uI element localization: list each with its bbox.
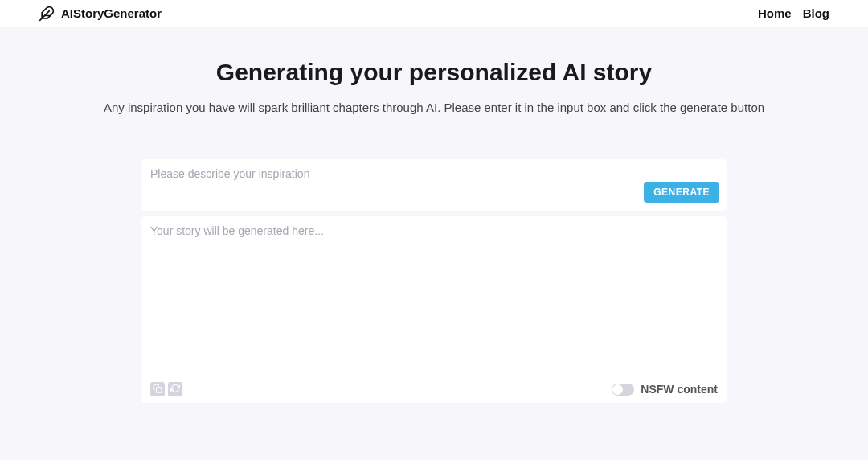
output-actions <box>150 382 182 396</box>
inspiration-input[interactable] <box>150 167 719 199</box>
nsfw-control: NSFW content <box>612 383 718 396</box>
svg-rect-2 <box>157 388 162 393</box>
nav-home[interactable]: Home <box>758 6 792 20</box>
brand-name: AIStoryGenerator <box>61 6 162 20</box>
copy-icon <box>153 382 162 396</box>
generate-button[interactable]: GENERATE <box>644 182 719 203</box>
output-footer: NSFW content <box>150 382 718 396</box>
logo[interactable]: AIStoryGenerator <box>39 6 162 22</box>
output-card: Your story will be generated here... <box>141 216 727 403</box>
nav-blog[interactable]: Blog <box>803 6 829 20</box>
main: Generating your personalized AI story An… <box>0 27 868 460</box>
nav: Home Blog <box>758 6 829 20</box>
refresh-icon <box>170 382 180 396</box>
header: AIStoryGenerator Home Blog <box>0 0 868 27</box>
page-title: Generating your personalized AI story <box>216 59 652 86</box>
nsfw-toggle[interactable] <box>612 384 634 396</box>
output-placeholder: Your story will be generated here... <box>150 224 718 382</box>
input-card: GENERATE <box>141 159 727 211</box>
regenerate-button[interactable] <box>168 382 182 396</box>
feather-icon <box>39 6 55 22</box>
copy-button[interactable] <box>150 382 165 396</box>
page-subtitle: Any inspiration you have will spark bril… <box>104 101 764 114</box>
nsfw-label: NSFW content <box>641 383 718 396</box>
content: GENERATE Your story will be generated he… <box>141 159 727 403</box>
